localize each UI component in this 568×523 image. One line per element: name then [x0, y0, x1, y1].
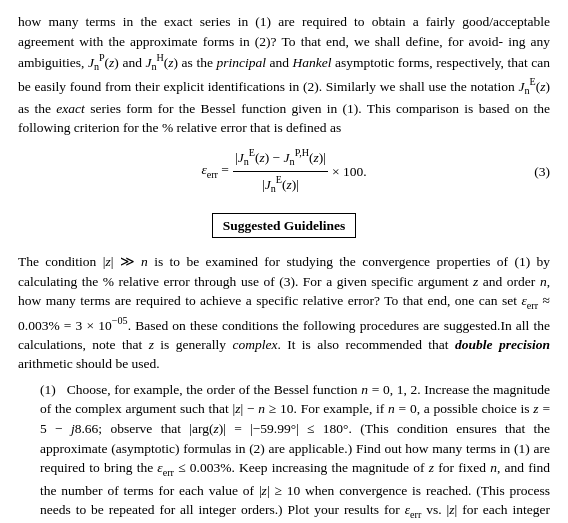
guidelines-paragraph: The condition |z| ≫ n is to be examined … [18, 252, 550, 374]
equation-3: εerr = |JnE(z) − JnP,H(z)| |JnE(z)| × 10… [18, 146, 550, 197]
denominator: |JnE(z)| [260, 172, 301, 197]
eq-fraction: |JnE(z) − JnP,H(z)| |JnE(z)| [233, 146, 328, 197]
list-item-1-label: (1) [40, 382, 63, 397]
eq-number: (3) [534, 162, 550, 182]
suggested-guidelines-box-container: Suggested Guidelines [18, 205, 550, 247]
intro-paragraph: how many terms in the exact series in (1… [18, 12, 550, 138]
numbered-list: (1) Choose, for example, the order of th… [18, 380, 550, 523]
main-content: how many terms in the exact series in (1… [18, 12, 550, 523]
numerator: |JnE(z) − JnP,H(z)| [233, 146, 328, 172]
list-item-1: (1) Choose, for example, the order of th… [40, 380, 550, 523]
eq-lhs: εerr = [201, 160, 229, 182]
eq-rhs: × 100. [332, 162, 367, 182]
suggested-guidelines-box: Suggested Guidelines [212, 213, 357, 239]
